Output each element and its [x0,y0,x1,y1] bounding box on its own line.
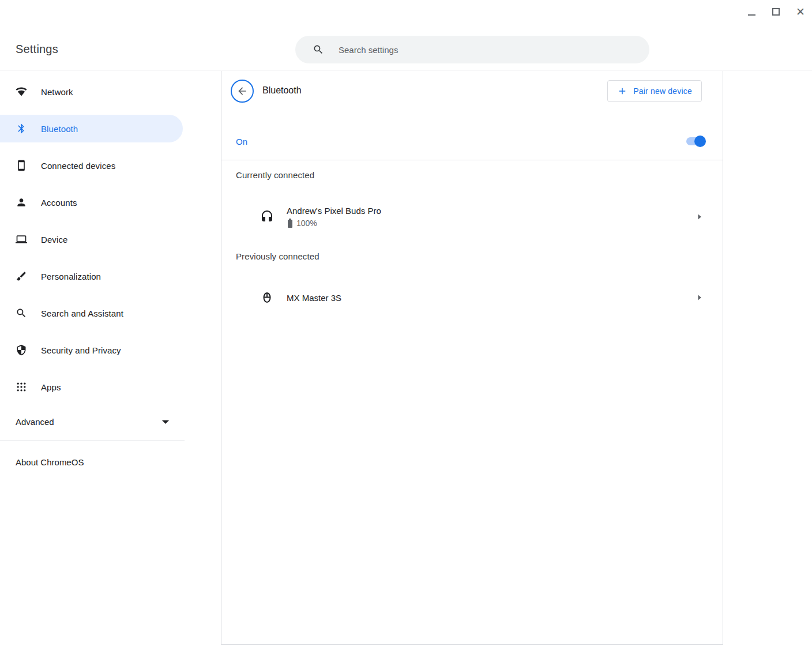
currently-connected-heading: Currently connected [236,170,314,180]
shield-icon [16,344,27,356]
laptop-icon [16,234,27,245]
chevron-right-icon[interactable] [694,292,705,303]
sidebar-advanced-expander[interactable]: Advanced [0,410,221,433]
battery-status: 100% [287,219,381,228]
search-box[interactable] [295,36,649,63]
app-title: Settings [16,43,58,56]
page-title: Bluetooth [262,85,302,96]
maximize-button[interactable] [768,3,784,20]
maximize-icon [772,8,780,16]
device-row-pixel-buds[interactable]: Andrew's Pixel Buds Pro 100% [221,194,723,240]
mouse-icon [260,291,274,304]
battery-percent: 100% [296,219,317,228]
window-titlebar: ✕ [0,0,812,25]
sidebar-item-bluetooth[interactable]: Bluetooth [0,115,183,142]
section-divider [221,160,723,160]
pair-new-device-button[interactable]: Pair new device [607,80,702,102]
search-input[interactable] [339,45,649,55]
sidebar: Network Bluetooth Connected devices Acco… [0,71,221,647]
sidebar-item-search-assistant[interactable]: Search and Assistant [0,299,221,327]
battery-icon [287,219,294,228]
bluetooth-state-label: On [236,137,247,146]
sidebar-item-label: Connected devices [41,161,115,171]
chevron-down-icon [162,420,169,424]
chevron-right-icon[interactable] [694,211,705,223]
previously-connected-heading: Previously connected [236,251,319,261]
sidebar-item-network[interactable]: Network [0,78,221,106]
device-name: Andrew's Pixel Buds Pro [287,206,381,216]
arrow-back-icon [236,85,248,97]
device-name: MX Master 3S [287,293,341,303]
sidebar-divider [0,441,185,441]
toggle-knob [694,136,706,147]
advanced-label: Advanced [16,417,54,427]
pair-button-label: Pair new device [633,86,692,96]
sidebar-item-device[interactable]: Device [0,225,221,253]
sidebar-nav: Network Bluetooth Connected devices Acco… [0,71,221,401]
device-row-mx-master[interactable]: MX Master 3S [221,279,723,316]
sidebar-item-label: Bluetooth [41,124,78,134]
sidebar-item-label: Accounts [41,198,77,208]
apps-grid-icon [16,381,27,393]
search-icon [16,307,27,319]
bluetooth-toggle[interactable] [686,136,706,147]
close-button[interactable]: ✕ [792,3,809,20]
minimize-button[interactable] [743,3,760,20]
sidebar-item-security-privacy[interactable]: Security and Privacy [0,336,221,364]
sidebar-item-label: Device [41,235,67,244]
search-icon [313,44,324,55]
back-button[interactable] [231,80,254,103]
close-icon: ✕ [796,6,805,17]
sidebar-item-apps[interactable]: Apps [0,373,221,401]
bluetooth-enable-row: On [221,128,723,155]
brush-icon [16,270,27,282]
headphones-icon [260,210,274,224]
sidebar-item-label: Search and Assistant [41,309,123,318]
person-icon [16,197,27,208]
sidebar-item-label: Personalization [41,272,101,281]
sidebar-item-label: Network [41,87,73,97]
minimize-icon [748,14,755,16]
sidebar-item-personalization[interactable]: Personalization [0,262,221,290]
sidebar-item-label: Security and Privacy [41,345,121,355]
sidebar-item-label: Apps [41,382,61,392]
about-label: About ChromeOS [16,457,84,467]
plus-icon [617,86,627,96]
smartphone-icon [16,160,27,171]
sidebar-item-accounts[interactable]: Accounts [0,189,221,216]
sidebar-item-connected-devices[interactable]: Connected devices [0,152,221,179]
wifi-icon [16,86,27,97]
sidebar-item-about-chromeos[interactable]: About ChromeOS [0,448,221,476]
bluetooth-icon [16,123,27,134]
bluetooth-settings-pane: Bluetooth Pair new device On Currently c… [221,71,723,645]
